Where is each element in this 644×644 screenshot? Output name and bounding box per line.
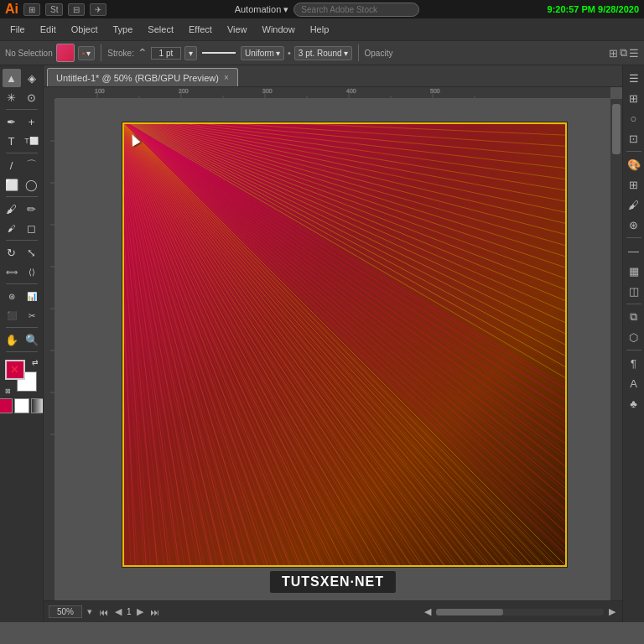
- stroke-up-arrow[interactable]: ⌃: [138, 46, 148, 60]
- type-tool[interactable]: T: [3, 132, 21, 150]
- magic-wand-tool[interactable]: ✳: [3, 88, 21, 106]
- menu-view[interactable]: View: [221, 22, 254, 37]
- line-tool[interactable]: /: [3, 156, 21, 174]
- rotate-tool[interactable]: ↻: [3, 243, 21, 262]
- artboards-panel-btn[interactable]: ⊞: [625, 89, 643, 107]
- scale-tool[interactable]: ⤡: [23, 243, 41, 262]
- slice-tool[interactable]: ✂: [23, 306, 41, 325]
- pen-tool[interactable]: ✒: [3, 112, 21, 131]
- brushes-panel-btn[interactable]: 🖌: [625, 195, 643, 214]
- column-graph-tool[interactable]: 📊: [23, 287, 41, 305]
- apps-grid-btn[interactable]: ⊟: [68, 3, 85, 16]
- menu-file[interactable]: File: [3, 22, 32, 37]
- canvas-with-rulers: 100 200 300 400 500: [44, 87, 622, 622]
- grid-icon-btn[interactable]: ⊞: [23, 3, 40, 16]
- workspace[interactable]: [55, 99, 622, 590]
- transform-icon[interactable]: ⧉: [620, 46, 627, 60]
- select-tools: ▲ ◈: [3, 69, 41, 87]
- blob-brush-tool[interactable]: 🖌: [3, 219, 21, 237]
- default-colors-icon[interactable]: ⊠: [5, 387, 11, 395]
- area-type-tool[interactable]: T⬜: [23, 132, 41, 150]
- stroke-width-input[interactable]: [151, 47, 181, 60]
- foreground-color-swatch[interactable]: ×: [5, 360, 25, 380]
- horizontal-ruler: 100 200 300 400 500: [55, 87, 610, 99]
- menu-type[interactable]: Type: [106, 22, 140, 37]
- shear-tool[interactable]: ⟨⟩: [23, 262, 41, 281]
- scrollbar-thumb[interactable]: [612, 104, 621, 154]
- stroke-panel-btn[interactable]: —: [625, 242, 643, 260]
- tab-close-button[interactable]: ×: [224, 73, 229, 82]
- right-sep-1: [626, 151, 641, 152]
- layers-panel-btn[interactable]: ☰: [625, 69, 643, 87]
- hand-tool[interactable]: ✋: [3, 330, 21, 349]
- h-scroll-right-btn[interactable]: ▶: [607, 606, 617, 617]
- more-icon[interactable]: ☰: [629, 47, 639, 60]
- zoom-tool[interactable]: 🔍: [23, 330, 41, 349]
- h-scrollbar-track[interactable]: [436, 609, 604, 615]
- cap-style-chevron: ▾: [344, 49, 348, 58]
- menu-edit[interactable]: Edit: [34, 22, 63, 37]
- transparency-panel-btn[interactable]: ◫: [625, 282, 643, 300]
- cap-style-dropdown[interactable]: 3 pt. Round ▾: [294, 46, 352, 60]
- menu-object[interactable]: Object: [65, 22, 105, 37]
- paintbrush-tool[interactable]: 🖌: [3, 200, 21, 218]
- char-btn[interactable]: A: [625, 374, 643, 392]
- svg-text:200: 200: [179, 88, 189, 94]
- menu-window[interactable]: Window: [256, 22, 302, 37]
- graphic-styles-btn[interactable]: ⬡: [625, 328, 643, 346]
- document-tab[interactable]: Untitled-1* @ 50% (RGB/GPU Preview) ×: [47, 68, 238, 86]
- swatches-panel-btn[interactable]: ⊞: [625, 175, 643, 194]
- reflect-tool[interactable]: ⟺: [3, 262, 21, 281]
- eraser-tool[interactable]: ◻: [23, 219, 41, 237]
- prev-page-btn[interactable]: ◀: [113, 606, 123, 617]
- para-btn[interactable]: ¶: [625, 354, 643, 372]
- menu-help[interactable]: Help: [304, 22, 336, 37]
- tool-sep-7: [6, 351, 38, 352]
- vertical-scrollbar[interactable]: [610, 99, 622, 622]
- rect-tool[interactable]: ⬜: [3, 175, 21, 194]
- fill-type-dropdown[interactable]: ▪▾: [78, 46, 96, 60]
- add-anchor-tool[interactable]: +: [23, 112, 41, 131]
- next-page-end-btn[interactable]: ⏭: [148, 607, 161, 617]
- svg-text:100: 100: [95, 88, 105, 94]
- menu-effect[interactable]: Effect: [182, 22, 219, 37]
- properties-panel-btn[interactable]: ○: [625, 109, 643, 127]
- options-bar: No Selection ▪▾ Stroke: ⌃ ▾ Uniform ▾ • …: [0, 40, 644, 65]
- system-bar: Ai ⊞ St ⊟ ✈ Automation ▾ 9:20:57 PM 9/28…: [0, 0, 644, 18]
- artwork-canvas[interactable]: [122, 122, 567, 567]
- color-panel-btn[interactable]: 🎨: [625, 155, 643, 174]
- direct-select-tool[interactable]: ◈: [23, 69, 41, 87]
- st-icon-btn[interactable]: St: [45, 3, 63, 16]
- h-scroll-left-btn[interactable]: ◀: [423, 606, 433, 617]
- gradient-indicator[interactable]: [31, 398, 44, 413]
- stroke-indicator[interactable]: [14, 398, 29, 413]
- ellipse-tool[interactable]: ◯: [23, 175, 41, 194]
- pencil-tool[interactable]: ✏: [23, 200, 41, 218]
- fill-swatch[interactable]: [56, 44, 75, 62]
- prev-page-start-btn[interactable]: ⏮: [97, 607, 110, 617]
- lasso-tool[interactable]: ⊙: [23, 88, 41, 106]
- automation-button[interactable]: Automation ▾: [235, 4, 289, 15]
- appearance-panel-btn[interactable]: ⧉: [625, 308, 643, 326]
- right-sep-3: [626, 304, 641, 304]
- symbol-tool[interactable]: ⊛: [3, 287, 21, 305]
- char-styles-btn[interactable]: ♣: [625, 394, 643, 413]
- zoom-dropdown-btn[interactable]: ▾: [86, 606, 94, 617]
- next-page-btn[interactable]: ▶: [135, 606, 145, 617]
- gradient-panel-btn[interactable]: ▦: [625, 262, 643, 280]
- stroke-style-dropdown[interactable]: Uniform ▾: [241, 46, 284, 60]
- select-tool[interactable]: ▲: [3, 69, 21, 87]
- menu-select[interactable]: Select: [141, 22, 180, 37]
- right-panel: ☰ ⊞ ○ ⊡ 🎨 ⊞ 🖌 ⊛ — ▦ ◫ ⧉ ⬡ ¶ A ♣: [622, 65, 644, 622]
- symbols-panel-btn[interactable]: ⊛: [625, 216, 643, 234]
- align-icon[interactable]: ⊞: [609, 47, 618, 60]
- search-input[interactable]: [293, 3, 419, 17]
- transform-panel-btn[interactable]: ⊡: [625, 129, 643, 148]
- arc-tool[interactable]: ⌒: [23, 156, 41, 174]
- stroke-width-dropdown[interactable]: ▾: [184, 46, 197, 60]
- send-icon-btn[interactable]: ✈: [90, 3, 106, 16]
- artboard-tool[interactable]: ⬛: [3, 306, 21, 325]
- zoom-input[interactable]: [49, 605, 82, 618]
- fill-indicator[interactable]: [0, 398, 13, 413]
- swap-colors-icon[interactable]: ⇄: [32, 358, 39, 366]
